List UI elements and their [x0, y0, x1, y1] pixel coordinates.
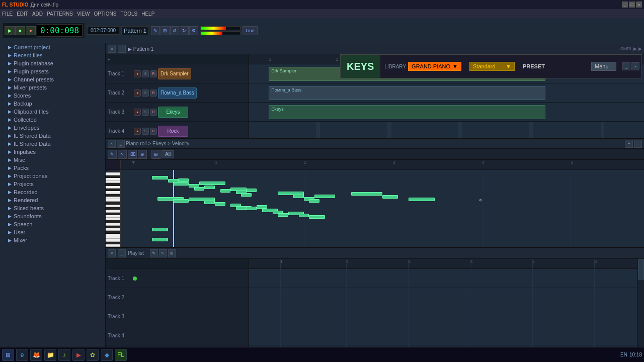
pr-zoom-level[interactable]: All: [162, 150, 174, 158]
pr-zoom-out-btn[interactable]: -: [634, 140, 642, 148]
note[interactable]: [351, 192, 382, 196]
sidebar-item-recent-files[interactable]: ▶ Recent files: [0, 51, 105, 59]
track-solo-btn-3[interactable]: S: [142, 109, 149, 116]
track-mute-btn-2[interactable]: ●: [134, 89, 141, 97]
note[interactable]: [241, 193, 252, 197]
sidebar-item-plugin-database[interactable]: ▶ Plugin database: [0, 59, 105, 67]
maximize-button[interactable]: □: [629, 2, 635, 8]
taskbar-start-btn[interactable]: ⊞: [2, 349, 14, 361]
note-grid[interactable]: [121, 170, 644, 247]
sidebar-item-recorded[interactable]: ▶ Recorded: [0, 188, 105, 196]
sidebar-item-scores[interactable]: ▶ Scores: [0, 92, 105, 100]
panel-close-btn[interactable]: ×: [108, 45, 116, 53]
track-rec-btn-3[interactable]: R: [150, 109, 157, 116]
pr-min-btn[interactable]: _: [117, 140, 125, 148]
taskbar-fl-btn[interactable]: FL: [115, 349, 127, 361]
taskbar-media-btn[interactable]: ▶: [72, 349, 85, 361]
pr-erase-btn[interactable]: ⌫: [128, 150, 137, 159]
taskbar-explorer-btn[interactable]: 📁: [44, 349, 56, 361]
keys-standard-dropdown[interactable]: Standard ▼: [469, 62, 515, 71]
sidebar-item-channel-presets[interactable]: ▶ Channel presets: [0, 75, 105, 83]
tb-btn-1[interactable]: ✎: [151, 26, 160, 35]
mode-btn-line[interactable]: Line: [243, 26, 258, 35]
taskbar-app2-btn[interactable]: ◆: [101, 349, 113, 361]
pr-zoom-btn[interactable]: ⊕: [138, 150, 147, 159]
note[interactable]: [178, 178, 189, 182]
sidebar-item-projects[interactable]: ▶ Projects: [0, 180, 105, 188]
pr-select-btn[interactable]: ↖: [118, 150, 127, 159]
tb-btn-5[interactable]: ⚙: [189, 26, 198, 35]
minimize-button[interactable]: _: [622, 2, 628, 8]
note[interactable]: [247, 189, 257, 192]
sidebar-item-current-project[interactable]: ▶ Current project: [0, 43, 105, 51]
note[interactable]: [314, 195, 336, 198]
menu-tools[interactable]: TOOLS: [120, 11, 137, 17]
menu-help[interactable]: HELP: [141, 11, 154, 17]
sidebar-item-clipboard[interactable]: ▶ Clipboard files: [0, 108, 105, 116]
note[interactable]: [247, 207, 257, 210]
sidebar-item-plugin-presets[interactable]: ▶ Plugin presets: [0, 67, 105, 75]
pr-snap-btn[interactable]: ⊞: [151, 150, 160, 159]
note[interactable]: [309, 199, 319, 203]
sidebar-item-impulses[interactable]: ▶ Impulses: [0, 148, 105, 156]
menu-options[interactable]: OPTIONS: [94, 11, 116, 17]
pr-draw-btn[interactable]: ✎: [108, 150, 117, 159]
note[interactable]: [173, 182, 189, 186]
track-mute-btn-4[interactable]: ●: [134, 128, 141, 135]
track-rec-btn-1[interactable]: R: [150, 70, 157, 77]
sidebar-item-packs[interactable]: ▶ Packs: [0, 164, 105, 172]
sidebar-item-project-bones[interactable]: ▶ Project bones: [0, 172, 105, 180]
pl-tool-1[interactable]: ✎: [150, 249, 158, 257]
keys-panel-min-btn[interactable]: _: [622, 62, 630, 70]
sidebar-item-sliced-beats[interactable]: ▶ Sliced beats: [0, 204, 105, 212]
note[interactable]: [199, 182, 225, 185]
note[interactable]: [204, 201, 215, 204]
scrollbar-thumb[interactable]: [638, 259, 644, 280]
note[interactable]: [220, 189, 231, 193]
track-mute-btn-3[interactable]: ●: [134, 109, 141, 116]
track-solo-btn-4[interactable]: S: [142, 128, 149, 135]
track-rec-btn-2[interactable]: R: [150, 89, 157, 97]
track-name-btn-4[interactable]: Rock: [158, 126, 188, 137]
sidebar-item-speech[interactable]: ▶ Speech: [0, 220, 105, 228]
close-button[interactable]: ×: [636, 2, 642, 8]
track-rec-btn-4[interactable]: R: [150, 128, 157, 135]
clip-3-1[interactable]: Ekeys: [269, 105, 545, 119]
sidebar-item-il-shared-2[interactable]: ▶ IL Shared Data: [0, 140, 105, 148]
pl-close-btn[interactable]: ×: [108, 249, 116, 257]
taskbar-winamp-btn[interactable]: ♪: [58, 349, 70, 361]
taskbar-ie-btn[interactable]: e: [16, 349, 28, 361]
sidebar-item-rendered[interactable]: ▶ Rendered: [0, 196, 105, 204]
taskbar-firefox-btn[interactable]: 🦊: [30, 349, 42, 361]
sidebar-item-misc[interactable]: ▶ Misc: [0, 156, 105, 164]
note[interactable]: [152, 176, 168, 179]
sidebar-item-backup[interactable]: ▶ Backup: [0, 100, 105, 108]
note[interactable]: [409, 198, 435, 201]
pl-tool-2[interactable]: ↖: [159, 249, 167, 257]
sidebar-item-user[interactable]: ▶ User: [0, 228, 105, 236]
panel-min-btn[interactable]: _: [118, 45, 126, 53]
pl-grid[interactable]: 1 2 3 4 5 6: [249, 259, 637, 349]
note[interactable]: [309, 215, 325, 219]
note[interactable]: [278, 213, 288, 217]
keys-menu-button[interactable]: Menu: [591, 62, 616, 71]
record-button[interactable]: ●: [26, 26, 36, 35]
play-button[interactable]: ▶: [5, 26, 15, 35]
pr-close-btn[interactable]: ×: [108, 140, 116, 148]
menu-add[interactable]: ADD: [32, 11, 43, 17]
track-name-btn-2[interactable]: Помпа_а Bass: [158, 87, 197, 99]
track-name-btn-1[interactable]: Drk Sampler: [158, 68, 191, 79]
note[interactable]: [152, 228, 168, 231]
pr-zoom-in-btn[interactable]: +: [625, 140, 633, 148]
menu-patterns[interactable]: PATTERNS: [47, 11, 73, 17]
menu-view[interactable]: VIEW: [77, 11, 90, 17]
stop-button[interactable]: ■: [15, 26, 25, 35]
tb-btn-4[interactable]: ↻: [180, 26, 189, 35]
pl-scrollbar-v[interactable]: [637, 259, 644, 349]
pl-tool-3[interactable]: ⊞: [168, 249, 176, 257]
menu-edit[interactable]: EDIT: [17, 11, 28, 17]
keys-library-dropdown[interactable]: GRAND PIANO ▼: [408, 62, 461, 71]
clip-2-1[interactable]: Помпа_а Bass: [269, 86, 545, 100]
taskbar-app1-btn[interactable]: ✿: [87, 349, 99, 361]
note[interactable]: [382, 195, 398, 199]
